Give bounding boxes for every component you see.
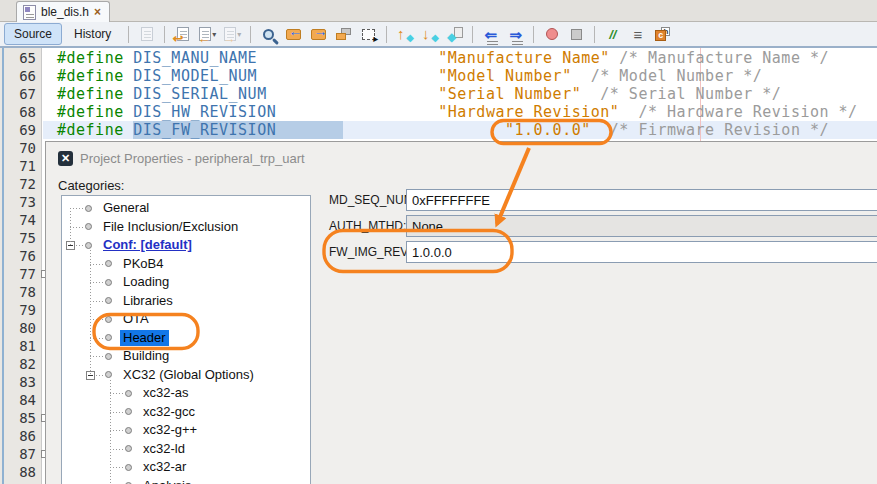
tree-item-xc32-gcc[interactable]: xc32-gcc: [62, 403, 310, 422]
source-view-button[interactable]: Source: [4, 23, 62, 45]
format-icon[interactable]: [135, 23, 158, 45]
tree-item-xc32-as[interactable]: xc32-as: [62, 384, 310, 403]
line-number[interactable]: 77: [0, 265, 36, 283]
rectangular-selection-icon[interactable]: [357, 23, 380, 45]
tree-guide-stub: [70, 208, 85, 209]
line-number[interactable]: 75: [0, 229, 36, 247]
tree-item-label: Header: [120, 330, 169, 346]
find-previous-icon[interactable]: ←: [282, 23, 305, 45]
toggle-header-source-icon[interactable]: hc: [651, 23, 674, 45]
tree-item-conf-default[interactable]: Conf: [default]: [62, 236, 310, 255]
line-number[interactable]: 83: [0, 373, 36, 391]
stop-macro-recording-icon[interactable]: [565, 23, 588, 45]
tree-item-building[interactable]: Building: [62, 347, 310, 366]
code-token-sp: [619, 103, 638, 121]
code-token-kw: #define: [57, 85, 133, 103]
code-token-str: "Serial Number": [438, 85, 581, 103]
code-token-str: "Hardware Revision": [438, 103, 619, 121]
line-number[interactable]: 86: [0, 427, 36, 445]
field-label: MD_SEQ_NUM:: [329, 193, 417, 207]
last-edit-icon[interactable]: ↩: [171, 23, 194, 45]
auth-mthd-input[interactable]: [406, 215, 877, 237]
tab-close-icon[interactable]: ×: [94, 6, 101, 18]
tree-item-xc32-ld[interactable]: xc32-ld: [62, 440, 310, 459]
tree-item-loading[interactable]: Loading: [62, 273, 310, 292]
line-number[interactable]: 85: [0, 409, 36, 427]
line-number[interactable]: 82: [0, 355, 36, 373]
tree-item-xc32-g[interactable]: xc32-g++: [62, 421, 310, 440]
toggle-bookmark-icon[interactable]: ◆: [443, 23, 466, 45]
field-label: FW_IMG_REV:: [329, 245, 411, 259]
mplab-x-icon: ✕: [58, 151, 73, 166]
code-line[interactable]: #define DIS_HW_REVISION "Hardware Revisi…: [43, 103, 858, 121]
md-seq-num-input[interactable]: [406, 189, 877, 211]
shift-line-right-icon[interactable]: ⇒: [504, 23, 527, 45]
line-number[interactable]: 78: [0, 283, 36, 301]
code-line[interactable]: #define DIS_SERIAL_NUM "Serial Number" /…: [43, 85, 781, 103]
line-number[interactable]: 88: [0, 463, 36, 481]
tree-item-xc32-ar[interactable]: xc32-ar: [62, 458, 310, 477]
find-selection-icon[interactable]: [257, 23, 280, 45]
code-token-id: DIS_HW_REVISION: [133, 103, 276, 121]
tree-item-general[interactable]: General: [62, 199, 310, 218]
code-token-sp: [610, 49, 620, 67]
tree-item-xc32-global-options[interactable]: XC32 (Global Options): [62, 366, 310, 385]
line-number[interactable]: 74: [0, 211, 36, 229]
code-line[interactable]: #define DIS_MODEL_NUM "Model Number" /* …: [43, 67, 762, 85]
previous-bookmark-icon[interactable]: ↑◆: [393, 23, 416, 45]
tree-item-libraries[interactable]: Libraries: [62, 292, 310, 311]
history-view-button[interactable]: History: [64, 23, 121, 45]
line-number[interactable]: 66: [0, 67, 36, 85]
tab-ble-dis-h[interactable]: ble_dis.h ×: [16, 1, 110, 22]
start-macro-recording-icon[interactable]: [540, 23, 563, 45]
dialog-title: Project Properties - peripheral_trp_uart: [80, 151, 305, 166]
toolbar-separator: [472, 26, 473, 43]
field-label: AUTH_MTHD:: [329, 219, 406, 233]
tree-item-analysis[interactable]: Analysis: [62, 477, 310, 484]
tree-item-label: Libraries: [120, 293, 176, 309]
shift-line-left-icon[interactable]: ⇐: [479, 23, 502, 45]
line-number[interactable]: 76: [0, 247, 36, 265]
code-token-sp: [581, 85, 600, 103]
tree-item-pkob4[interactable]: PKoB4: [62, 255, 310, 274]
tree-item-file-inclusion-exclusion[interactable]: File Inclusion/Exclusion: [62, 218, 310, 237]
toggle-highlight-icon[interactable]: [332, 23, 355, 45]
toolbar-separator: [250, 26, 251, 43]
tree-guide-line: [70, 208, 71, 245]
line-number[interactable]: 71: [0, 157, 36, 175]
code-token-id: DIS_MANU_NAME: [133, 49, 257, 67]
line-number[interactable]: 68: [0, 103, 36, 121]
editor-tab-bar: ble_dis.h ×: [0, 0, 877, 22]
field-row: AUTH_MTHD:: [329, 215, 877, 237]
project-properties-dialog: ✕ Project Properties - peripheral_trp_ua…: [45, 141, 877, 484]
fw-img-rev-input[interactable]: [406, 241, 877, 263]
find-next-icon[interactable]: →: [307, 23, 330, 45]
line-number[interactable]: 79: [0, 301, 36, 319]
line-number[interactable]: 67: [0, 85, 36, 103]
line-number[interactable]: 70: [0, 139, 36, 157]
line-number[interactable]: 65: [0, 49, 36, 67]
line-number-gutter[interactable]: 6566676869707172737475767778798081828384…: [0, 48, 42, 484]
code-line[interactable]: #define DIS_FW_REVISION "1.0.0.0" /* Fir…: [43, 121, 829, 139]
back-icon[interactable]: ←▾: [196, 23, 219, 45]
line-number[interactable]: 81: [0, 337, 36, 355]
tree-item-ota[interactable]: OTA: [62, 310, 310, 329]
line-number[interactable]: 69: [0, 121, 36, 139]
categories-tree: GeneralFile Inclusion/ExclusionConf: [de…: [61, 195, 311, 484]
tree-item-label: PKoB4: [120, 256, 166, 272]
line-number[interactable]: 84: [0, 391, 36, 409]
comment-icon[interactable]: //: [601, 23, 624, 45]
line-number[interactable]: 80: [0, 319, 36, 337]
line-number[interactable]: 73: [0, 193, 36, 211]
tree-guide-stub: [90, 301, 105, 302]
tree-item-label: xc32-gcc: [140, 404, 198, 420]
tree-item-header[interactable]: Header: [62, 329, 310, 348]
code-token-com: /* Firmware Revision */: [610, 121, 829, 139]
forward-icon[interactable]: →▾: [221, 23, 244, 45]
line-number[interactable]: 87: [0, 445, 36, 463]
line-number[interactable]: 72: [0, 175, 36, 193]
next-bookmark-icon[interactable]: ↓◆: [418, 23, 441, 45]
ide-window: ble_dis.h × Source History ↩←▾→▾←→↑◆↓◆◆⇐…: [0, 0, 877, 484]
uncomment-icon[interactable]: ≡: [626, 23, 649, 45]
code-line[interactable]: #define DIS_MANU_NAME "Manufacture Name"…: [43, 49, 829, 67]
